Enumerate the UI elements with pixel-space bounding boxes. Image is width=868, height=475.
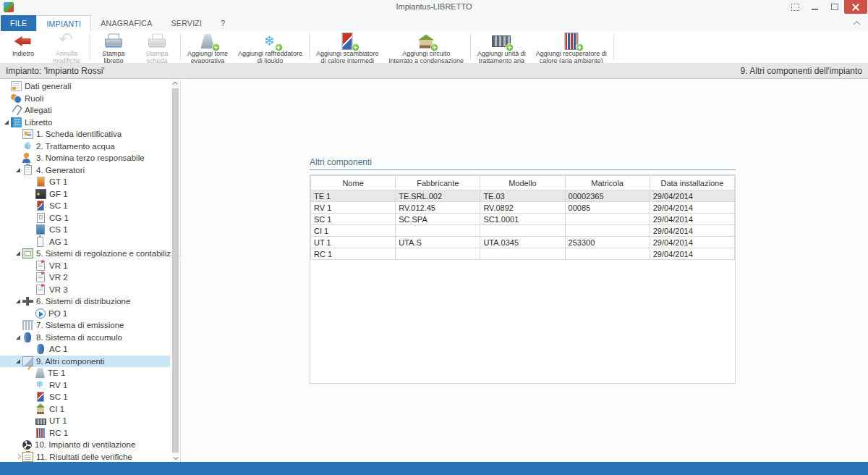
ribbon-group-print: Stampa libretto Stampa scheda <box>92 31 179 63</box>
checklist-icon <box>22 452 33 462</box>
column-header-data-installazione: Data installazione <box>650 176 734 190</box>
expand-arrow-icon[interactable] <box>14 166 22 175</box>
tree-item-altri-componenti[interactable]: 9. Altri componenti <box>0 356 170 368</box>
tree-scrollbar[interactable] <box>171 80 179 462</box>
tree-item-ac-1[interactable]: AC 1 <box>0 343 170 356</box>
cooling-tower-icon <box>35 368 45 378</box>
tab-servizi[interactable]: SERVIZI <box>162 15 212 31</box>
tree-item-sistema-accumulo[interactable]: 8. Sistema di accumulo <box>0 332 170 344</box>
tree-item-scheda-identificativa[interactable]: 1. Scheda identificativa <box>0 128 170 140</box>
fullscreen-button[interactable] <box>786 0 805 14</box>
table-row-ci-1[interactable]: CI 1 29/04/2014 <box>311 225 735 237</box>
indietro-button[interactable]: Indietro <box>1 31 45 63</box>
tab-file[interactable]: FILE <box>1 15 36 31</box>
tree-item-label: AG 1 <box>49 238 68 246</box>
tree-item-te-1[interactable]: TE 1 <box>0 367 170 379</box>
button-label: Stampa libretto <box>102 51 124 64</box>
person-icon <box>22 153 33 163</box>
expand-arrow-icon[interactable] <box>14 249 22 258</box>
aggiungi-circuito-interrato-button[interactable]: Aggiungi circuito interrato a condensazi… <box>384 31 469 63</box>
tree-item-gt-1[interactable]: GT 1 <box>0 176 170 188</box>
button-label: Stampa scheda <box>145 51 168 64</box>
meter-icon <box>36 285 45 295</box>
scroll-down-arrow-icon[interactable] <box>171 454 179 462</box>
scroll-up-arrow-icon[interactable] <box>171 80 179 88</box>
collapse-arrow-icon[interactable] <box>14 453 22 461</box>
tree-item-sistemi-regolazione[interactable]: 5. Sistemi di regolazione e contabilizza… <box>0 248 170 260</box>
minimize-button[interactable] <box>805 0 825 14</box>
tree-item-vr-1[interactable]: VR 1 <box>0 260 170 272</box>
chevron-up-icon <box>854 20 861 28</box>
expand-arrow-icon[interactable] <box>14 357 22 366</box>
tree-item-libretto[interactable]: Libretto <box>0 117 170 129</box>
group-separator <box>613 33 614 61</box>
tree-item-po-1[interactable]: PO 1 <box>0 308 170 320</box>
tree-item-dati-generali[interactable]: Dati generali <box>0 80 170 93</box>
tree-item-risultati-verifiche[interactable]: 11. Risultati delle verifiche <box>0 451 170 463</box>
tree-item-rc-1[interactable]: RC 1 <box>0 427 170 440</box>
tree-item-label: 6. Sistemi di distribuzione <box>36 297 130 306</box>
tab-impianti[interactable]: IMPIANTI <box>36 15 91 31</box>
group-separator <box>470 33 471 61</box>
aggiungi-recuperatore-button[interactable]: Aggiungi recuperatore di calore (aria am… <box>531 31 612 63</box>
collapse-ribbon-button[interactable] <box>854 15 859 31</box>
cell-fabbricante: UTA.S <box>396 237 480 248</box>
tree-item-label: 9. Altri componenti <box>36 357 105 366</box>
tree-item-sc-1[interactable]: SC 1 <box>0 200 170 212</box>
cell-nome: CI 1 <box>311 225 396 237</box>
tree-item-label: RV 1 <box>49 381 67 390</box>
tree-item-rv-1[interactable]: RV 1 <box>0 379 170 392</box>
aggiungi-unita-trattamento-aria-button[interactable]: Aggiungi unità di trattamento aria <box>472 31 531 63</box>
tree-item-label: CS 1 <box>49 225 68 234</box>
scrollbar-thumb[interactable] <box>172 88 179 453</box>
tree-item-nomina-terzo-responsabile[interactable]: 3. Nomina terzo responsabile <box>0 152 170 164</box>
fan-icon <box>22 440 32 450</box>
maximize-icon <box>831 4 838 10</box>
table-row-ut-1[interactable]: UT 1 UTA.S UTA.0345 253300 29/04/2014 <box>311 237 735 248</box>
aggiungi-torre-evaporativa-button[interactable]: Aggiungi torre evaporativa <box>182 31 233 63</box>
tree-item-vr-2[interactable]: VR 2 <box>0 272 170 284</box>
heat-exchanger-add-icon <box>336 33 358 50</box>
heat-exchanger-icon <box>37 201 44 211</box>
add-badge-icon <box>576 43 584 51</box>
button-label: Aggiungi raffreddatore di liquido <box>238 51 302 64</box>
tree-item-trattamento-acqua[interactable]: 2. Trattamento acqua <box>0 140 170 153</box>
close-button[interactable] <box>844 0 867 14</box>
tree-item-ag-1[interactable]: AG 1 <box>0 236 170 248</box>
stampa-libretto-button[interactable]: Stampa libretto <box>92 31 135 63</box>
generator-icon <box>24 165 32 175</box>
table-row-te-1[interactable]: TE 1 TE.SRL.002 TE.03 00002365 29/04/201… <box>311 190 735 202</box>
column-header-fabbricante: Fabbricante <box>396 176 480 190</box>
table-row-rv-1[interactable]: RV 1 RV.012.45 RV.0892 00085 29/04/2014 <box>311 202 735 214</box>
tree-item-ci-1[interactable]: CI 1 <box>0 403 170 416</box>
distribution-icon <box>22 296 33 306</box>
expand-arrow-icon[interactable] <box>14 333 22 342</box>
tree-item-vr-3[interactable]: VR 3 <box>0 284 170 296</box>
tree-item-allegati[interactable]: Allegati <box>0 104 170 117</box>
tree-item-generatori[interactable]: 4. Generatori <box>0 164 170 177</box>
tree-item-cs-1[interactable]: CS 1 <box>0 224 170 236</box>
fullscreen-icon <box>791 4 799 11</box>
tree-item-sistema-emissione[interactable]: 7. Sistema di emissione <box>0 319 170 332</box>
tree-item-ruoli[interactable]: Ruoli <box>0 93 170 105</box>
annulla-modifiche-button[interactable]: Annulla modifiche <box>45 31 88 63</box>
tree-item-impianto-ventilazione[interactable]: 10. Impianto di ventilazione <box>0 439 170 451</box>
aggiungi-scambiatore-button[interactable]: Aggiungi scambiatore di calore intermedi <box>311 31 384 63</box>
aggiungi-raffreddatore-button[interactable]: Aggiungi raffreddatore di liquido <box>233 31 307 63</box>
maximize-button[interactable] <box>825 0 844 14</box>
expand-arrow-icon[interactable] <box>2 118 11 127</box>
tree-item-sc-1-altri[interactable]: SC 1 <box>0 391 170 403</box>
tab-anagrafica[interactable]: ANAGRAFICA <box>91 15 161 31</box>
tree-item-cg-1[interactable]: CG 1 <box>0 212 170 224</box>
table-row-sc-1[interactable]: SC 1 SC.SPA SC1.0001 29/04/2014 <box>311 214 735 225</box>
table-row-rc-1[interactable]: RC 1 29/04/2014 <box>311 248 735 260</box>
tree-item-sistemi-distribuzione[interactable]: 6. Sistemi di distribuzione <box>0 295 170 308</box>
tree-item-gf-1[interactable]: GF 1 <box>0 188 170 201</box>
cell-data-installazione: 29/04/2014 <box>650 214 734 225</box>
button-label: Indietro <box>12 51 34 58</box>
tree-item-ut-1[interactable]: UT 1 <box>0 415 170 427</box>
people-icon <box>11 93 22 104</box>
stampa-scheda-button[interactable]: Stampa scheda <box>135 31 179 63</box>
expand-arrow-icon[interactable] <box>14 297 22 306</box>
tab-help[interactable]: ? <box>211 15 234 31</box>
